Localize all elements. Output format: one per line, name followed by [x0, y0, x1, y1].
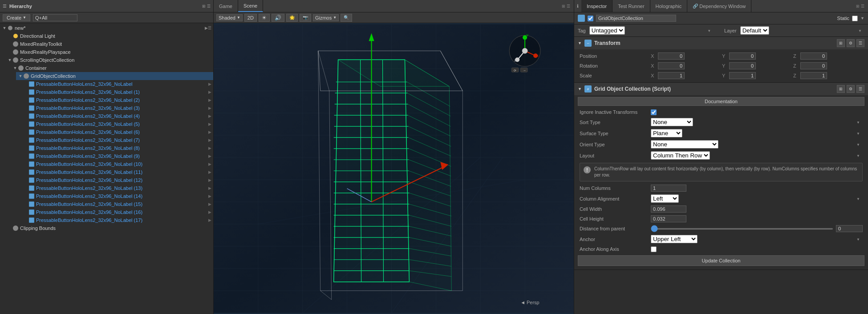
transform-expand-arrow[interactable]	[578, 41, 582, 45]
list-item-btn6[interactable]: PressableButtonHoloLens2_32x96_NoLabel (…	[21, 128, 213, 136]
layer-select[interactable]: Default	[740, 26, 769, 35]
expand-arrow-new[interactable]	[2, 25, 7, 31]
layout-dropdown[interactable]: Column Then Row Row Then Column	[651, 151, 863, 160]
list-item-btn5[interactable]: PressableButtonHoloLens2_32x96_NoLabel (…	[21, 120, 213, 128]
list-item-btn15[interactable]: PressableButtonHoloLens2_32x96_NoLabel (…	[21, 200, 213, 208]
ignore-inactive-checkbox[interactable]	[651, 109, 657, 115]
rotation-x-input[interactable]	[658, 62, 685, 69]
list-item-btn3[interactable]: PressableButtonHoloLens2_32x96_NoLabel (…	[21, 104, 213, 112]
list-item-btn9[interactable]: PressableButtonHoloLens2_32x96_NoLabel (…	[21, 152, 213, 160]
column-alignment-dropdown[interactable]: Left Center Right	[651, 194, 863, 203]
list-item-btn7[interactable]: PressableButtonHoloLens2_32x96_NoLabel (…	[21, 136, 213, 144]
list-item-btn10[interactable]: PressableButtonHoloLens2_32x96_NoLabel (…	[21, 160, 213, 168]
search-scene-button[interactable]: 🔍	[341, 14, 352, 22]
transform-settings-btn[interactable]: ⚙	[847, 39, 855, 47]
2d-button[interactable]: 2D	[244, 14, 257, 22]
num-columns-input[interactable]	[651, 185, 686, 192]
scene-panel-options[interactable]: ⊞ ☰	[562, 4, 570, 8]
documentation-button[interactable]: Documentation	[578, 97, 864, 106]
goc-expand-arrow[interactable]	[578, 87, 582, 91]
list-item-btn11[interactable]: PressableButtonHoloLens2_32x96_NoLabel (…	[21, 168, 213, 176]
cell-width-input[interactable]	[651, 205, 686, 213]
scale-z-input[interactable]	[800, 72, 827, 79]
distance-value-input[interactable]	[836, 225, 863, 232]
list-item-btn16[interactable]: PressableButtonHoloLens2_32x96_NoLabel (…	[21, 208, 213, 216]
hierarchy-item-gridobjectcollection[interactable]: GridObjectCollection	[16, 72, 213, 80]
expand-arrow-container[interactable]	[12, 65, 18, 71]
distance-slider[interactable]	[651, 228, 833, 229]
transform-menu-btn[interactable]: ☰	[856, 39, 864, 47]
expand-arrow-goc[interactable]	[18, 73, 23, 79]
column-alignment-select[interactable]: Left Center Right	[651, 194, 679, 203]
hierarchy-item-playspace[interactable]: MixedRealityPlayspace	[5, 48, 213, 56]
rotation-z-input[interactable]	[800, 62, 827, 69]
surface-type-select[interactable]: Plane Cylinder Sphere Radial	[651, 129, 682, 137]
orient-type-dropdown[interactable]: None Object Align Face Origin Face Origi…	[651, 140, 863, 149]
goc-settings-btn[interactable]: ⚙	[847, 85, 855, 93]
anchor-dropdown[interactable]: Upper Left Upper Center Upper Right Midd…	[651, 235, 863, 243]
tag-select[interactable]: Untagged	[589, 26, 625, 35]
tab-scene[interactable]: Scene	[238, 0, 263, 12]
sort-type-select[interactable]: None Alphabetical Reverse Custom	[651, 118, 693, 126]
list-item-btn14[interactable]: PressableButtonHoloLens2_32x96_NoLabel (…	[21, 192, 213, 200]
position-z-input[interactable]	[800, 52, 827, 60]
transform-copy-btn[interactable]: ⊞	[837, 39, 845, 47]
position-y-input[interactable]	[729, 52, 756, 60]
create-button[interactable]: Create ▼	[3, 14, 30, 21]
goc-menu-btn[interactable]: ☰	[856, 85, 864, 93]
hierarchy-item-new[interactable]: new* ☰	[0, 24, 213, 32]
audio-button[interactable]: 🔊	[272, 14, 284, 22]
tag-dropdown[interactable]: Untagged	[589, 26, 714, 35]
layer-dropdown[interactable]: Default	[740, 26, 864, 35]
object-name-field[interactable]	[596, 15, 676, 22]
list-item-btn1[interactable]: PressableButtonHoloLens2_32x96_NoLabel (…	[21, 88, 213, 96]
tab-dependency-window[interactable]: 🔗 Dependency Window	[687, 0, 751, 12]
shading-dropdown[interactable]: Shaded ▼	[216, 14, 243, 21]
list-item-btn2[interactable]: PressableButtonHoloLens2_32x96_NoLabel (…	[21, 96, 213, 104]
orient-type-select[interactable]: None Object Align Face Origin Face Origi…	[651, 140, 718, 149]
hierarchy-item-directional-light[interactable]: Directional Light	[5, 32, 213, 40]
effects-button[interactable]: 🌟	[286, 14, 298, 22]
object-active-checkbox[interactable]	[588, 16, 593, 21]
hierarchy-item-mrtk[interactable]: MixedRealityToolkit	[5, 40, 213, 48]
rotation-y-input[interactable]	[729, 62, 756, 69]
scene-viewport[interactable]: Y X Z ⟳ ↔ ◄ Persp	[214, 23, 574, 314]
grid-object-collection-header[interactable]: # Grid Object Collection (Script) ⊞ ⚙ ☰	[574, 83, 868, 95]
position-x-input[interactable]	[658, 52, 685, 60]
tab-game[interactable]: Game	[214, 0, 238, 12]
inspector-options[interactable]: ⊞ ☰	[856, 4, 864, 8]
list-item-btn4[interactable]: PressableButtonHoloLens2_32x96_NoLabel (…	[21, 112, 213, 120]
layout-select[interactable]: Column Then Row Row Then Column	[651, 151, 710, 160]
transform-header[interactable]: ↔ Transform ⊞ ⚙ ☰	[574, 37, 868, 49]
tab-inspector[interactable]: Inspector	[581, 0, 612, 12]
list-item-btn13[interactable]: PressableButtonHoloLens2_32x96_NoLabel (…	[21, 184, 213, 192]
hierarchy-search[interactable]	[33, 14, 77, 21]
camera-button[interactable]: 📷	[300, 14, 311, 22]
layout-row: Layout Column Then Row Row Then Column	[578, 150, 864, 161]
sort-type-dropdown[interactable]: None Alphabetical Reverse Custom	[651, 118, 863, 126]
hierarchy-item-scrolling[interactable]: ScrollingObjectCollection	[5, 56, 213, 64]
static-checkbox[interactable]	[852, 16, 858, 21]
hierarchy-item-container[interactable]: Container	[11, 64, 213, 72]
list-item-btn8[interactable]: PressableButtonHoloLens2_32x96_NoLabel (…	[21, 144, 213, 152]
scale-y-input[interactable]	[729, 72, 756, 79]
tab-holographic[interactable]: Holographic	[650, 0, 688, 12]
lighting-button[interactable]: ☀	[259, 14, 270, 22]
static-dropdown-arrow[interactable]: ▼	[860, 16, 864, 20]
cell-height-input[interactable]	[651, 215, 686, 222]
list-item-btn12[interactable]: PressableButtonHoloLens2_32x96_NoLabel (…	[21, 176, 213, 184]
surface-type-dropdown[interactable]: Plane Cylinder Sphere Radial	[651, 129, 863, 137]
scale-x-input[interactable]	[658, 72, 685, 79]
list-item-btn0[interactable]: PressableButtonHoloLens2_32x96_NoLabel	[21, 80, 213, 88]
tab-test-runner[interactable]: Test Runner	[612, 0, 650, 12]
gizmos-dropdown[interactable]: Gizmos ▼	[313, 14, 339, 21]
svg-text:↔: ↔	[523, 69, 526, 72]
expand-arrow-scrolling[interactable]	[7, 57, 12, 63]
hierarchy-item-clipping[interactable]: Clipping Bounds	[5, 224, 213, 232]
list-item-label-btn14: PressableButtonHoloLens2_32x96_NoLabel (…	[36, 193, 142, 199]
goc-copy-btn[interactable]: ⊞	[837, 85, 845, 93]
update-collection-button[interactable]: Update Collection	[578, 255, 864, 266]
anchor-along-axis-checkbox[interactable]	[651, 246, 657, 252]
list-item-btn17[interactable]: PressableButtonHoloLens2_32x96_NoLabel (…	[21, 216, 213, 224]
anchor-select[interactable]: Upper Left Upper Center Upper Right Midd…	[651, 235, 698, 243]
